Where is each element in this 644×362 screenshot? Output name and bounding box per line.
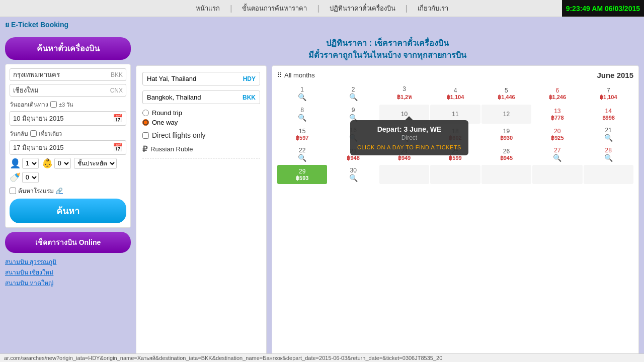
calendar-day-cell[interactable]: 8🔍 [277,105,327,124]
header-bar: ย E-Ticket Booking [0,17,644,32]
nav-search[interactable]: ขั้นตอนการค้นหาราคา [242,3,307,14]
calendar-day-cell[interactable] [430,165,480,184]
day-number: 1 [300,86,304,93]
return-oneway-label: เที่ยวเดียว [39,129,62,138]
direct-flights-option[interactable]: Direct flights only [142,131,260,139]
direct-flights-checkbox[interactable] [142,132,149,139]
route-origin-input-row[interactable]: HDY [142,72,260,85]
depart-date-label: วันออกเดินทาง ±3 วัน [10,100,126,109]
day-number: 20 [554,128,560,135]
calendar-day-cell[interactable] [532,165,582,184]
day-number: 12 [503,111,510,118]
hotel-link[interactable]: 🔗 [56,188,63,194]
day-number: 19 [503,128,510,135]
calendar-panel: ⠿ All months June 2015 1🔍2🔍3฿1,2ห4฿1,104… [272,65,639,361]
infant-count-select[interactable]: 01 [22,172,39,183]
round-trip-radio[interactable] [142,110,149,116]
calendar-day-cell[interactable]: 3฿1,2ห [379,83,429,104]
origin-input[interactable] [13,71,111,78]
adult-count-select[interactable]: 123 [22,158,39,169]
calendar-day-cell[interactable]: 15฿597 [277,125,327,144]
calendar-day-cell[interactable]: 13฿778 [532,105,582,124]
url-bar: ar.com/searches/new?origin_iata=HDY&orig… [0,353,644,362]
all-months-label: All months [284,71,315,79]
tooltip-date: Depart: 3 June, WE [357,125,461,133]
calendar-day-cell[interactable]: 26฿945 [481,145,531,164]
nav-home[interactable]: หน้าแรก [196,3,220,14]
day-price: ฿949 [398,155,411,161]
currency-symbol: ₽ [142,144,147,154]
tooltip-cta: CLICK ON A DAY TO FIND A TICKETS [357,144,461,150]
depart-plusminus-label: ±3 วัน [59,100,73,109]
day-price: ฿925 [551,135,564,141]
calendar-day-cell[interactable]: 20฿925 [532,125,582,144]
one-way-option[interactable]: One way [142,119,260,126]
airport-links: สนามบิน สุวรรณภูมิ สนามบิน เชียงใหม่ สนา… [5,257,131,288]
day-price: ฿1,104 [600,94,617,101]
calendar-day-cell[interactable]: 14฿998 [584,105,633,124]
calendar-day-cell[interactable]: 30🔍 [328,165,378,184]
day-number: 2 [352,86,355,93]
destination-input-row[interactable]: CNX [10,84,126,97]
calendar-day-cell[interactable] [584,165,633,184]
calendar-day-cell[interactable]: 2🔍 [328,83,378,104]
hotel-checkbox[interactable] [10,188,16,194]
calendar-day-cell[interactable]: 19฿930 [481,125,531,144]
day-number: 7 [607,87,610,94]
calendar-day-cell[interactable]: 7฿1,104 [584,83,633,104]
route-dest-input[interactable] [147,94,243,101]
calendar-day-cell[interactable] [481,165,531,184]
day-number: 28 [605,147,612,154]
return-oneway-checkbox[interactable] [30,130,37,137]
content-body: HDY BKK Round trip One way [136,65,639,361]
route-origin-code: HDY [243,75,256,82]
sidebar: ค้นหาตั๋วเครื่องบิน BKK CNX วันออกเดินทา… [5,37,131,361]
calendar-day-cell[interactable]: 28🔍 [584,145,633,164]
airport-link-suvarnabhumi[interactable]: สนามบิน สุวรรณภูมิ [5,257,131,266]
calendar-day-cell[interactable]: 1🔍 [277,83,327,104]
calendar-day-cell[interactable]: 5฿1,446 [481,83,531,104]
calendar-day-cell[interactable]: 27🔍 [532,145,582,164]
nav-about[interactable]: เกี่ยวกับเรา [418,3,448,14]
day-number: 5 [505,87,508,94]
check-schedule-button[interactable]: เช็คตารางบิน Online [5,232,131,253]
search-button[interactable]: ค้นหา [10,199,126,223]
calendar-day-cell[interactable]: 6฿1,246 [532,83,582,104]
depart-date-input[interactable] [13,115,113,122]
route-origin-input[interactable] [147,75,243,82]
return-date-input[interactable] [13,144,113,151]
calendar-day-cell[interactable]: 22🔍 [277,145,327,164]
sidebar-search-flights-button[interactable]: ค้นหาตั๋วเครื่องบิน [5,37,131,60]
day-number: 22 [299,147,305,154]
class-select[interactable]: ชั้นประหยัด [74,158,117,169]
depart-date-input-row[interactable]: 📅 [10,111,126,126]
one-way-radio[interactable] [142,119,149,126]
calendar-day-cell[interactable]: 4฿1,104 [430,83,480,104]
round-trip-option[interactable]: Round trip [142,109,260,117]
nav-calendar[interactable]: ปฏิทินราคาตั๋วเครื่องบิน [330,3,395,14]
day-number: 6 [556,87,559,94]
child-count-select[interactable]: 012 [54,158,71,169]
route-dest-input-row[interactable]: BKK [142,90,260,104]
search-icon: 🔍 [553,154,561,162]
calendar-day-cell[interactable]: 12 [481,105,531,124]
currency-label: Russian Ruble [150,145,193,153]
day-number: 11 [452,111,458,118]
calendar-day-cell[interactable]: 29฿593 [277,165,327,184]
origin-input-row[interactable]: BKK [10,68,126,81]
destination-input[interactable] [13,86,110,94]
search-panel: HDY BKK Round trip One way [136,65,267,361]
depart-3days-checkbox[interactable] [50,101,57,108]
day-price: ฿998 [602,115,615,121]
depart-calendar-icon[interactable]: 📅 [113,114,123,123]
calendar-day-cell[interactable]: 21🔍 [584,125,633,144]
return-calendar-icon[interactable]: 📅 [113,143,123,152]
day-number: 21 [605,127,612,134]
airport-link-hatyai[interactable]: สนามบิน หาดใหญ่ [5,278,131,288]
return-date-input-row[interactable]: 📅 [10,140,126,155]
adult-icon: 👤 [10,158,21,169]
airport-link-chiangmai[interactable]: สนามบิน เชียงใหม่ [5,267,131,277]
content-area: ปฏิทินราคา : เช็คราคาตั๋วเครื่องบิน มีตั… [136,37,639,361]
calendar-day-cell[interactable] [379,165,429,184]
all-months-button[interactable]: ⠿ All months [277,71,315,79]
